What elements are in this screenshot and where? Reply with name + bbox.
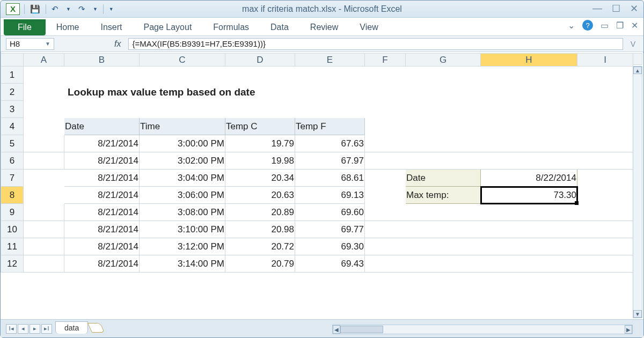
active-cell[interactable]: 73.30	[481, 187, 577, 204]
cell[interactable]	[365, 118, 633, 135]
cell[interactable]: 69.13	[295, 187, 365, 204]
minimize-button[interactable]: —	[592, 3, 602, 14]
row-2[interactable]: 2	[1, 84, 24, 101]
sheet-next-icon[interactable]: ▸	[30, 324, 40, 334]
hdr-time[interactable]: Time	[140, 118, 225, 135]
col-I[interactable]: I	[577, 54, 633, 67]
cell[interactable]: 8/21/2014	[64, 152, 140, 170]
col-C[interactable]: C	[140, 54, 225, 67]
col-A[interactable]: A	[24, 54, 64, 67]
row-10[interactable]: 10	[1, 221, 24, 238]
cell[interactable]	[365, 135, 633, 152]
undo-dropdown-icon[interactable]: ▼	[64, 5, 73, 13]
row-12[interactable]: 12	[1, 255, 24, 273]
cell[interactable]: 3:14:00 PM	[140, 255, 225, 273]
lookup-date-label[interactable]: Date	[406, 170, 481, 187]
cell[interactable]: 3:00:00 PM	[140, 135, 225, 152]
row-1[interactable]: 1	[1, 67, 24, 84]
cell[interactable]	[577, 187, 633, 204]
select-all-button[interactable]	[1, 54, 24, 67]
tab-review[interactable]: Review	[299, 19, 349, 35]
cell[interactable]	[24, 187, 64, 204]
cell[interactable]: 20.34	[225, 170, 295, 187]
cell[interactable]: 3:04:00 PM	[140, 170, 225, 187]
col-B[interactable]: B	[64, 54, 140, 67]
lookup-max-label[interactable]: Max temp:	[406, 187, 481, 204]
cell[interactable]: 8/21/2014	[64, 135, 140, 152]
cell[interactable]	[24, 152, 64, 170]
cell[interactable]	[24, 101, 633, 118]
hdr-date[interactable]: Date	[64, 118, 140, 135]
cell[interactable]: 8/21/2014	[64, 187, 140, 204]
cell[interactable]	[577, 170, 633, 187]
row-11[interactable]: 11	[1, 238, 24, 255]
qat-customize-icon[interactable]: ▼	[107, 5, 116, 13]
scroll-thumb[interactable]	[340, 326, 383, 333]
ribbon-minimize-icon[interactable]: ⌄	[568, 20, 575, 31]
formula-input[interactable]: {=MAX(IF(B5:B9391=H7,E5:E9391))}	[128, 38, 623, 50]
cell[interactable]	[24, 255, 64, 273]
formula-expand-icon[interactable]: ⋁	[627, 40, 638, 47]
save-icon[interactable]: 💾	[28, 3, 42, 15]
cell[interactable]	[365, 187, 406, 204]
scroll-up-icon[interactable]: ▲	[633, 67, 642, 74]
vertical-scrollbar[interactable]: ▲ ▼	[633, 66, 642, 318]
cell[interactable]: 19.79	[225, 135, 295, 152]
fill-handle[interactable]	[575, 201, 579, 205]
close-button[interactable]: ✕	[630, 3, 638, 14]
cell[interactable]	[365, 238, 633, 255]
cell[interactable]: 8/21/2014	[64, 170, 140, 187]
fx-label-icon[interactable]: fx	[111, 39, 124, 49]
file-tab[interactable]: File	[4, 19, 46, 35]
col-D[interactable]: D	[225, 54, 295, 67]
worksheet-grid[interactable]: A B C D E F G H I 1 2 Lookup max value t…	[1, 53, 643, 319]
sheet-last-icon[interactable]: ▸I	[41, 324, 52, 334]
cell[interactable]	[24, 67, 633, 84]
scroll-down-icon[interactable]: ▼	[633, 310, 642, 318]
cell[interactable]: 69.30	[295, 238, 365, 255]
cell[interactable]: 3:12:00 PM	[140, 238, 225, 255]
cell[interactable]	[406, 84, 633, 101]
cell[interactable]	[365, 204, 633, 221]
cell[interactable]: 67.63	[295, 135, 365, 152]
hdr-tempf[interactable]: Temp F	[295, 118, 365, 135]
cell[interactable]: 3:02:00 PM	[140, 152, 225, 170]
wb-close-icon[interactable]: ✕	[631, 20, 638, 31]
cell[interactable]	[24, 118, 64, 135]
col-F[interactable]: F	[365, 54, 406, 67]
col-E[interactable]: E	[295, 54, 365, 67]
wb-minimize-icon[interactable]: ▭	[601, 20, 609, 31]
tab-formulas[interactable]: Formulas	[202, 19, 260, 35]
redo-dropdown-icon[interactable]: ▼	[91, 5, 100, 13]
tab-page-layout[interactable]: Page Layout	[133, 19, 202, 35]
hdr-tempc[interactable]: Temp C	[225, 118, 295, 135]
cell[interactable]: 8/21/2014	[64, 204, 140, 221]
tab-home[interactable]: Home	[46, 19, 90, 35]
cell[interactable]: 8/21/2014	[64, 221, 140, 238]
row-9[interactable]: 9	[1, 204, 24, 221]
row-8[interactable]: 8	[1, 187, 24, 204]
undo-icon[interactable]: ↶	[49, 3, 61, 15]
horizontal-scrollbar[interactable]: ◀ ▶	[332, 325, 633, 334]
cell[interactable]: 20.63	[225, 187, 295, 204]
tab-insert[interactable]: Insert	[90, 19, 133, 35]
cell[interactable]	[365, 152, 633, 170]
cell[interactable]: 20.98	[225, 221, 295, 238]
cell[interactable]: 69.77	[295, 221, 365, 238]
cell[interactable]	[24, 238, 64, 255]
cell[interactable]: 3:08:00 PM	[140, 204, 225, 221]
col-G[interactable]: G	[406, 54, 481, 67]
sheet-prev-icon[interactable]: ◂	[18, 324, 28, 334]
wb-restore-icon[interactable]: ❐	[616, 20, 624, 31]
lookup-date-value[interactable]: 8/22/2014	[481, 170, 577, 187]
row-4[interactable]: 4	[1, 118, 24, 135]
cell[interactable]: 20.72	[225, 238, 295, 255]
tab-view[interactable]: View	[349, 19, 389, 35]
sheet-title[interactable]: Lookup max value temp based on date	[64, 84, 406, 101]
cell[interactable]: 67.97	[295, 152, 365, 170]
new-sheet-button[interactable]	[87, 323, 105, 333]
cell[interactable]: 3:06:00 PM	[140, 187, 225, 204]
cell[interactable]: 68.61	[295, 170, 365, 187]
scroll-left-icon[interactable]: ◀	[333, 325, 340, 334]
cell[interactable]: 69.43	[295, 255, 365, 273]
